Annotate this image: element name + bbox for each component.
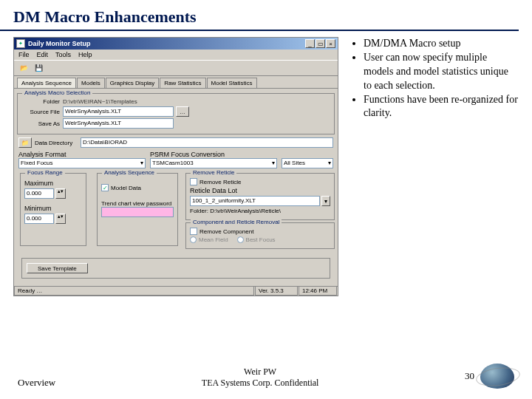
source-file-label: Source File bbox=[21, 109, 63, 115]
analysis-format-label: Analysis Format bbox=[18, 151, 146, 158]
chevron-down-icon: ▾ bbox=[140, 159, 143, 168]
reticle-scroll-down[interactable]: ▾ bbox=[321, 196, 330, 206]
group-remove-reticle: Remove Reticle Remove Reticle Reticle Da… bbox=[185, 173, 335, 220]
remove-reticle-checkbox[interactable] bbox=[190, 178, 197, 185]
sites-select[interactable]: All Sites ▾ bbox=[282, 158, 333, 168]
page-number: 30 bbox=[465, 370, 474, 382]
menubar: File Edit Tools Help bbox=[14, 50, 338, 60]
reticle-folder-label: Folder: bbox=[190, 208, 208, 214]
trend-password-label: Trend chart view password bbox=[101, 200, 174, 207]
tool-open-icon[interactable]: 📂 bbox=[17, 62, 30, 74]
data-dir-label: Data Directory bbox=[32, 140, 81, 146]
group-focus-range: Focus Range Maximum 0.000▴▾ Minimum 0.00… bbox=[20, 173, 86, 246]
group-component-removal: Component and Reticle Removal Remove Com… bbox=[185, 222, 335, 249]
chevron-down-icon: ▾ bbox=[272, 159, 275, 168]
save-area: Save Template bbox=[21, 258, 330, 279]
globe-icon bbox=[480, 364, 514, 389]
folder-label: Folder bbox=[21, 98, 63, 105]
min-spinner[interactable]: ▴▾ bbox=[55, 214, 66, 224]
group-label-seq: Analysis Sequence bbox=[102, 169, 157, 176]
max-label: Maximum bbox=[24, 180, 82, 187]
model-data-checkbox[interactable]: ✓ bbox=[101, 184, 109, 191]
titlebar[interactable]: ✦ Daily Monitor Setup _ ▭ × bbox=[14, 38, 338, 50]
bullet-list: DM/DMA Macro setup User can now specify … bbox=[338, 37, 519, 296]
save-as-input[interactable]: WeirSnyAnalysis.XLT bbox=[63, 118, 174, 129]
reticle-folder-value: D:\vb\WeirAnalysis\Reticle\ bbox=[210, 208, 281, 214]
status-version: Ver. 3.5.3 bbox=[255, 287, 298, 296]
save-template-button[interactable]: Save Template bbox=[27, 263, 88, 273]
best-focus-radio[interactable] bbox=[237, 236, 244, 243]
data-dir-icon-button[interactable]: 📁 bbox=[18, 137, 32, 148]
status-ready: Ready … bbox=[14, 287, 254, 296]
folder-value: D:\vb\WEIRAN~1\Templates bbox=[63, 98, 137, 105]
tab-models[interactable]: Models bbox=[77, 78, 105, 88]
group-label-focus: Focus Range bbox=[25, 169, 65, 176]
menu-tools[interactable]: Tools bbox=[55, 51, 71, 58]
model-data-label: Model Data bbox=[111, 185, 141, 191]
max-spinner[interactable]: ▴▾ bbox=[55, 188, 66, 199]
tab-strip: Analysis Sequence Models Graphics Displa… bbox=[14, 76, 338, 89]
reticle-list[interactable]: 100_1_2_uniformity.XLT bbox=[190, 196, 320, 206]
tab-analysis-sequence[interactable]: Analysis Sequence bbox=[17, 78, 76, 88]
app-window: ✦ Daily Monitor Setup _ ▭ × File Edit To… bbox=[13, 37, 338, 296]
bullet-2: User can now specify muliple models and … bbox=[364, 51, 519, 93]
statusbar: Ready … Ver. 3.5.3 12:46 PM bbox=[14, 286, 338, 296]
remove-component-label: Remove Component bbox=[200, 228, 253, 235]
mean-field-label: Mean Field bbox=[199, 236, 228, 243]
menu-file[interactable]: File bbox=[18, 51, 30, 58]
bullet-3: Functions have been re-organized for cla… bbox=[364, 93, 519, 121]
menu-help[interactable]: Help bbox=[78, 51, 92, 58]
remove-reticle-label: Remove Reticle bbox=[200, 179, 241, 185]
group-label-macro: Analysis Macro Selection bbox=[22, 89, 92, 96]
slide-footer: Overview Weir PW TEA Systems Corp. Confi… bbox=[0, 364, 532, 389]
status-time: 12:46 PM bbox=[299, 287, 337, 296]
group-label-component: Component and Reticle Removal bbox=[191, 219, 282, 225]
footer-center-top: Weir PW bbox=[202, 366, 319, 378]
psrm-label: PSRM Focus Conversion bbox=[150, 151, 277, 158]
close-button[interactable]: × bbox=[326, 39, 335, 48]
app-icon: ✦ bbox=[16, 39, 25, 48]
trend-password-input[interactable] bbox=[101, 207, 174, 217]
tab-graphics-display[interactable]: Graphics Display bbox=[106, 78, 159, 88]
min-input[interactable]: 0.000 bbox=[24, 214, 54, 224]
save-as-label: Save As bbox=[21, 120, 63, 127]
tool-save-icon[interactable]: 💾 bbox=[32, 62, 45, 74]
source-browse-button[interactable]: … bbox=[176, 106, 189, 117]
toolbar: 📂 💾 bbox=[14, 60, 338, 76]
tab-model-statistics[interactable]: Model Statistics bbox=[207, 78, 257, 88]
tab-raw-statistics[interactable]: Raw Statistics bbox=[160, 78, 205, 88]
footer-center-bottom: TEA Systems Corp. Confidential bbox=[202, 378, 319, 389]
menu-edit[interactable]: Edit bbox=[37, 51, 49, 58]
remove-component-checkbox[interactable] bbox=[190, 228, 197, 235]
group-macro-selection: Analysis Macro Selection Folder D:\vb\WE… bbox=[17, 93, 335, 134]
maximize-button[interactable]: ▭ bbox=[316, 39, 325, 48]
analysis-format-select[interactable]: Fixed Focus ▾ bbox=[18, 158, 146, 168]
footer-left: Overview bbox=[18, 377, 55, 389]
minimize-button[interactable]: _ bbox=[305, 39, 315, 48]
data-dir-input[interactable]: D:\Data\BIORAD bbox=[81, 137, 333, 148]
psrm-select[interactable]: TSMCasm1003 ▾ bbox=[150, 158, 277, 168]
source-file-input[interactable]: WeirSnyAnalysis.XLT bbox=[63, 106, 174, 117]
bullet-1: DM/DMA Macro setup bbox=[364, 37, 519, 51]
slide-title: DM Macro Enhancements bbox=[0, 0, 519, 31]
reticle-list-label: Reticle Data Lot bbox=[190, 187, 330, 194]
best-focus-label: Best Focus bbox=[246, 236, 276, 243]
group-analysis-sequence: Analysis Sequence ✓Model Data Trend char… bbox=[97, 173, 178, 246]
max-input[interactable]: 0.000 bbox=[24, 188, 54, 199]
min-label: Minimum bbox=[24, 205, 82, 212]
mean-field-radio[interactable] bbox=[190, 236, 197, 243]
group-label-reticle: Remove Reticle bbox=[191, 169, 236, 176]
window-title: Daily Monitor Setup bbox=[28, 40, 304, 47]
chevron-down-icon: ▾ bbox=[328, 159, 331, 168]
